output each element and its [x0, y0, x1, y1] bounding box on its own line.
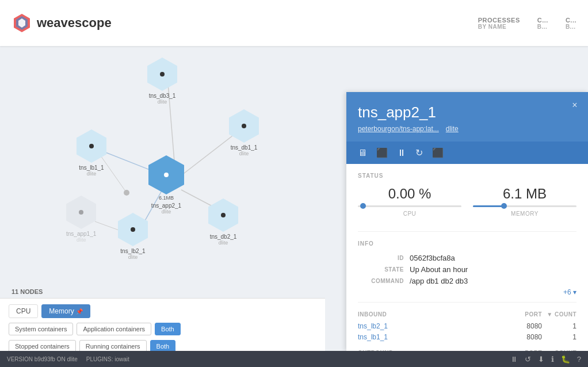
panel-link-image[interactable]: peterbourgon/tns-app:lat...: [358, 125, 439, 133]
canvas: tns_db3_1 dlite tns_db1_1 dlite tns_lb1_…: [0, 46, 588, 367]
download-status-icon[interactable]: ⬇: [538, 355, 544, 364]
system-containers-btn[interactable]: System containers: [9, 323, 73, 335]
help-status-icon[interactable]: ?: [577, 355, 581, 364]
inbound-row: tns_lb1_1 8080 1: [358, 333, 576, 341]
terminal-icon[interactable]: ⬛: [376, 147, 388, 158]
cpu-btn[interactable]: CPU: [9, 304, 38, 318]
nodes-count: 11 NODES: [12, 288, 43, 295]
node-label: tns_db2_1: [210, 234, 237, 240]
detail-panel: × tns_app2_1 peterbourgon/tns-app:lat...…: [346, 92, 588, 351]
node-tns-db2-1[interactable]: tns_db2_1 dlite: [208, 198, 238, 246]
bug-status-icon[interactable]: 🐛: [561, 355, 570, 364]
nav: PROCESSES BY NAME C... B... C... B...: [478, 17, 576, 30]
hex-dot: [164, 173, 169, 177]
info-state: STATE Up About an hour: [358, 265, 576, 274]
node-badge: 6.1MB: [159, 195, 174, 201]
cpu-marker: [360, 203, 366, 209]
node-tns-db1-1[interactable]: tns_db1_1 dlite: [229, 109, 259, 156]
hex-dot: [89, 144, 94, 148]
panel-title: tns_app2_1: [358, 104, 576, 121]
pause-icon[interactable]: ⏸: [397, 148, 406, 158]
nav-containers1[interactable]: C... B...: [537, 17, 548, 30]
metrics-row: 0.00 % CPU 6.1 MB MEMORY: [358, 186, 576, 217]
node-label: tns_app1_1: [66, 231, 96, 237]
memory-bar: [473, 205, 576, 207]
info-status-icon[interactable]: ℹ: [551, 355, 554, 364]
panel-subtitle: peterbourgon/tns-app:lat... dlite: [358, 125, 576, 133]
memory-fill: [473, 205, 504, 207]
node-tns-app2-1[interactable]: 6.1MB tns_app2_1 dlite: [148, 155, 184, 215]
hex-dot: [221, 213, 226, 217]
info-id: ID 0562f3bcfa8a: [358, 254, 576, 262]
hex-dot: [131, 227, 135, 232]
monitor-icon[interactable]: 🖥: [358, 148, 367, 158]
hex-dot: [242, 124, 246, 128]
node-tns-lb1-1[interactable]: tns_lb1_1 dlite: [77, 129, 106, 177]
node-label: tns_app2_1: [151, 202, 181, 209]
refresh-icon[interactable]: ↻: [415, 147, 423, 158]
panel-header: × tns_app2_1 peterbourgon/tns-app:lat...…: [346, 92, 588, 142]
logo-text: weavescope: [37, 16, 112, 30]
memory-btn[interactable]: Memory 📌: [41, 304, 90, 318]
info-more[interactable]: +6 ▾: [358, 288, 576, 296]
svg-point-10: [124, 190, 129, 196]
inbound-row: tns_lb2_1 8080 1: [358, 322, 576, 330]
status-bar-icons: ⏸ ↺ ⬇ ℹ 🐛 ?: [510, 355, 581, 364]
logo-icon: [12, 13, 32, 33]
info-section: INFO ID 0562f3bcfa8a STATE Up About an h…: [358, 240, 576, 303]
both-btn-1[interactable]: Both: [155, 323, 181, 335]
node-label: tns_lb1_1: [79, 165, 104, 171]
status-section: STATUS 0.00 % CPU 6.1 MB: [358, 173, 576, 232]
node-label: tns_db3_1: [149, 93, 176, 99]
nav-processes[interactable]: PROCESSES BY NAME: [478, 17, 520, 30]
memory-metric: 6.1 MB MEMORY: [473, 186, 576, 217]
hex-dot: [160, 72, 165, 77]
node-label: tns_lb2_1: [120, 248, 145, 254]
application-containers-btn[interactable]: Application containers: [77, 323, 151, 335]
filter-row-1: System containers Application containers…: [9, 323, 316, 335]
graph-area: tns_db3_1 dlite tns_db1_1 dlite tns_lb1_…: [0, 46, 325, 367]
version-text: VERSION b9d93fb ON dlite: [7, 356, 78, 362]
stop-icon[interactable]: ⬛: [432, 147, 444, 158]
memory-label: MEMORY: [473, 211, 576, 217]
panel-link-node[interactable]: dlite: [446, 125, 459, 133]
cpu-value: 0.00 %: [358, 186, 461, 202]
metric-row: CPU Memory 📌: [9, 304, 316, 318]
info-label: INFO: [358, 240, 576, 247]
memory-value: 6.1 MB: [473, 186, 576, 202]
info-command: COMMAND /app db1 db2 db3: [358, 277, 576, 285]
inbound-header: INBOUND PORT ▼ COUNT: [358, 311, 576, 318]
inbound-link-1[interactable]: tns_lb1_1: [358, 333, 507, 341]
nav-containers2[interactable]: C... B...: [566, 17, 576, 30]
node-tns-db3-1[interactable]: tns_db3_1 dlite: [147, 58, 177, 105]
pin-icon: 📌: [76, 308, 83, 315]
cpu-bar: [358, 205, 461, 207]
hex-dot: [79, 210, 83, 215]
cpu-label: CPU: [358, 211, 461, 217]
header: weavescope PROCESSES BY NAME C... B... C…: [0, 0, 588, 46]
close-button[interactable]: ×: [568, 99, 581, 112]
plugins-text: PLUGINS: iowait: [86, 356, 129, 362]
logo: weavescope: [12, 13, 112, 33]
refresh-status-icon[interactable]: ↺: [525, 355, 531, 364]
node-label: tns_db1_1: [231, 144, 258, 151]
inbound-section: INBOUND PORT ▼ COUNT tns_lb2_1 8080 1 tn…: [358, 311, 576, 341]
memory-marker: [501, 203, 507, 209]
cpu-metric: 0.00 % CPU: [358, 186, 461, 217]
panel-body: STATUS 0.00 % CPU 6.1 MB: [346, 164, 588, 351]
inbound-link-0[interactable]: tns_lb2_1: [358, 322, 507, 330]
status-bar: VERSION b9d93fb ON dlite PLUGINS: iowait…: [0, 351, 588, 367]
panel-toolbar: 🖥 ⬛ ⏸ ↻ ⬛: [346, 142, 588, 164]
pause-status-icon[interactable]: ⏸: [510, 355, 518, 364]
node-tns-app1-1[interactable]: tns_app1_1 dlite: [66, 196, 96, 243]
status-label: STATUS: [358, 173, 576, 179]
node-tns-lb2-1[interactable]: tns_lb2_1 dlite: [118, 213, 148, 260]
